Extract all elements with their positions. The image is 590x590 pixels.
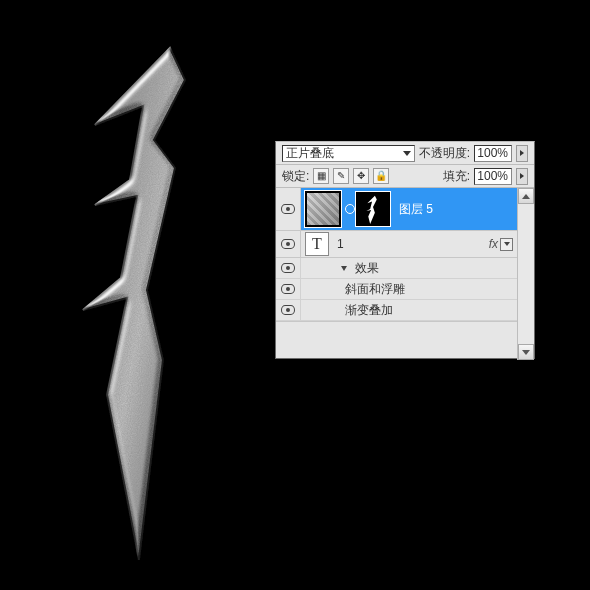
fill-popup-button[interactable]	[516, 168, 528, 185]
effect-item-row[interactable]: 斜面和浮雕	[276, 279, 517, 300]
eye-icon	[281, 263, 295, 273]
visibility-toggle[interactable]	[276, 300, 301, 320]
layer-name: 1	[335, 237, 344, 251]
visibility-toggle[interactable]	[276, 231, 301, 257]
layer-thumbnail[interactable]	[305, 191, 341, 227]
lock-brush-icon[interactable]: ✎	[333, 168, 349, 184]
layers-panel: 正片叠底 不透明度: 100% 锁定: ▦ ✎ ✥ 🔒 填充: 100%	[275, 141, 535, 359]
layer-mask-thumbnail[interactable]	[355, 191, 391, 227]
blend-opacity-row: 正片叠底 不透明度: 100%	[276, 142, 534, 165]
text-layer-thumbnail[interactable]: T	[305, 232, 329, 256]
blend-mode-select[interactable]: 正片叠底	[282, 145, 415, 162]
layers-list: 图层 5 T 1 fx	[276, 188, 534, 360]
mask-link-icon[interactable]	[345, 191, 355, 227]
eye-icon	[281, 239, 295, 249]
layer-row-text[interactable]: T 1 fx	[276, 231, 517, 258]
fx-twist-button[interactable]	[500, 238, 513, 251]
eye-icon	[281, 305, 295, 315]
visibility-toggle[interactable]	[276, 188, 301, 230]
scroll-track[interactable]	[518, 204, 534, 344]
effects-heading: 效果	[355, 260, 379, 277]
layers-scrollbar[interactable]	[517, 188, 534, 360]
lock-icons-group: ▦ ✎ ✥ 🔒	[313, 168, 389, 184]
stylized-one-icon	[35, 40, 235, 560]
visibility-toggle[interactable]	[276, 258, 301, 278]
layer-name: 图层 5	[397, 201, 433, 218]
visibility-toggle[interactable]	[276, 279, 301, 299]
effect-name: 斜面和浮雕	[301, 281, 405, 298]
mask-shape-icon	[356, 191, 390, 227]
scroll-down-button[interactable]	[518, 344, 534, 360]
layer-row-stub	[276, 321, 517, 328]
fill-label: 填充:	[443, 168, 470, 185]
eye-icon	[281, 204, 295, 214]
opacity-value: 100%	[477, 146, 508, 160]
lock-move-icon[interactable]: ✥	[353, 168, 369, 184]
lock-all-icon[interactable]: 🔒	[373, 168, 389, 184]
layer-row-selected[interactable]: 图层 5	[276, 188, 517, 231]
opacity-label: 不透明度:	[419, 145, 470, 162]
fill-field[interactable]: 100%	[474, 168, 512, 185]
eye-icon	[281, 284, 295, 294]
fill-value: 100%	[477, 169, 508, 183]
lock-pixels-icon[interactable]: ▦	[313, 168, 329, 184]
effects-heading-row[interactable]: 效果	[276, 258, 517, 279]
effect-name: 渐变叠加	[301, 302, 393, 319]
dropdown-arrow-icon	[403, 151, 411, 156]
opacity-popup-button[interactable]	[516, 145, 528, 162]
scroll-up-button[interactable]	[518, 188, 534, 204]
lock-label: 锁定:	[282, 168, 309, 185]
chevron-down-icon	[341, 266, 347, 271]
text-layer-glyph: T	[312, 235, 322, 253]
fx-indicator: fx	[489, 237, 498, 251]
lock-fill-row: 锁定: ▦ ✎ ✥ 🔒 填充: 100%	[276, 165, 534, 188]
canvas-artwork	[35, 40, 235, 560]
opacity-field[interactable]: 100%	[474, 145, 512, 162]
blend-mode-value: 正片叠底	[286, 145, 334, 162]
effect-item-row[interactable]: 渐变叠加	[276, 300, 517, 321]
